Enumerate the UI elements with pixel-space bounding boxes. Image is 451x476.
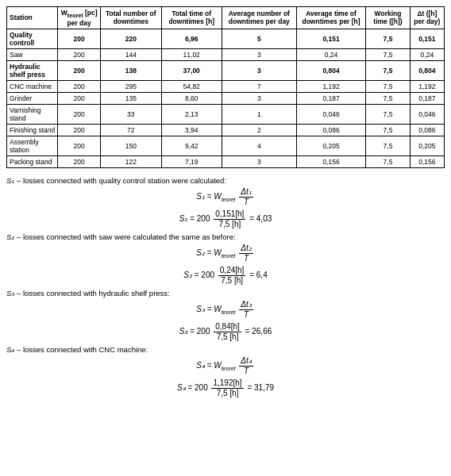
cell-avg-num: 3: [222, 92, 296, 104]
section-text: – losses connected with quality control …: [17, 176, 226, 185]
cell-avg-num: 2: [222, 124, 296, 136]
cell-delta: 1,192: [410, 80, 444, 92]
cell-station: Varnishing stand: [7, 104, 58, 124]
formula-denominator-specific: 7,5 [h]: [215, 332, 241, 342]
cell-working: 7,5: [366, 136, 411, 155]
cell-station: Quality controll: [7, 29, 58, 48]
col-header-working: Working time ([h]): [366, 7, 411, 29]
cell-avg-num: 3: [222, 155, 296, 167]
col-header-avg-num: Average number of downtimes per day: [222, 7, 296, 29]
cell-total-num: 138: [101, 60, 161, 80]
col-header-station: Station: [7, 7, 58, 29]
formula-specific: S₃ = 200 0,84[h] 7,5 [h] = 26,66: [6, 322, 445, 342]
cell-avg-num: 7: [222, 80, 296, 92]
formula-general: S₁ = Wteoret Δt₁ T: [6, 187, 445, 207]
col-header-delta: Δt ([h] per day): [410, 7, 444, 29]
cell-delta: 0,046: [410, 104, 444, 124]
cell-station: Packing stand: [7, 155, 58, 167]
cell-avg-time: 0,156: [296, 155, 365, 167]
cell-total-time: 3,94: [161, 124, 222, 136]
cell-station: Hydraulic shelf press: [7, 60, 58, 80]
section-text: – losses connected with CNC machine:: [17, 345, 148, 354]
cell-total-num: 33: [101, 104, 161, 124]
cell-station: Finishing stand: [7, 124, 58, 136]
section-label: S₁: [6, 176, 14, 185]
formula-general: S₂ = Wteoret Δt₂ T: [6, 244, 445, 263]
cell-station: Saw: [7, 48, 58, 60]
section-description: S₁ – losses connected with quality contr…: [6, 176, 445, 185]
table-row: Grinder 200 135 8,60 3 0,187 7,5 0,187: [7, 92, 445, 104]
cell-total-time: 7,19: [161, 155, 222, 167]
formula-specific: S₂ = 200 0,24[h] 7,5 [h] = 6,4: [6, 266, 445, 286]
cell-w: 200: [58, 80, 101, 92]
formula-fraction-specific: 0,151[h] 7,5 [h]: [214, 209, 245, 229]
cell-working: 7,5: [366, 29, 411, 48]
formula-denominator-specific: 7,5 [h]: [217, 220, 242, 229]
cell-working: 7,5: [366, 60, 411, 80]
cell-delta: 0,151: [410, 29, 444, 48]
cell-avg-num: 1: [222, 104, 296, 124]
table-row: Assembly station 200 150 9,42 4 0,205 7,…: [7, 136, 445, 155]
col-header-w: Wteoret [pc] per day: [58, 7, 101, 29]
cell-w: 200: [58, 104, 101, 124]
section-label: S₂: [6, 232, 14, 241]
section-s4: S₄ – losses connected with CNC machine: …: [6, 345, 445, 398]
cell-delta: 0,24: [410, 48, 444, 60]
cell-avg-num: 3: [222, 60, 296, 80]
section-s1: S₁ – losses connected with quality contr…: [6, 176, 445, 229]
formula-numerator-specific: 0,24[h]: [218, 266, 246, 276]
section-label: S₄: [6, 345, 14, 354]
formula-fraction-general: Δt₄ T: [239, 356, 253, 376]
cell-avg-time: 0,151: [296, 29, 365, 48]
cell-avg-num: 4: [222, 136, 296, 155]
cell-delta: 0,804: [410, 60, 444, 80]
cell-working: 7,5: [366, 124, 411, 136]
formula-sections: S₁ – losses connected with quality contr…: [6, 176, 445, 398]
cell-total-time: 9,42: [161, 136, 222, 155]
cell-avg-time: 0,804: [296, 60, 365, 80]
cell-total-num: 72: [101, 124, 161, 136]
formula-fraction-specific: 1,192[h] 7,5 [h]: [211, 378, 243, 398]
cell-delta: 0,156: [410, 155, 444, 167]
formula-denominator-general: T: [242, 310, 250, 320]
cell-delta: 0,086: [410, 124, 444, 136]
cell-w: 200: [58, 155, 101, 167]
table-row: Varnishing stand 200 33 2,13 1 0,046 7,5…: [7, 104, 445, 124]
cell-station: Assembly station: [7, 136, 58, 155]
cell-total-time: 54,82: [161, 80, 222, 92]
section-s2: S₂ – losses connected with saw were calc…: [6, 232, 445, 286]
cell-total-time: 6,96: [161, 29, 222, 48]
cell-delta: 0,205: [410, 136, 444, 155]
formula-numerator-specific: 0,84[h]: [214, 322, 241, 332]
cell-avg-time: 0,086: [296, 124, 365, 136]
cell-working: 7,5: [366, 80, 411, 92]
formula-numerator-general: Δt₃: [239, 300, 253, 310]
formula-denominator-general: T: [242, 367, 250, 376]
table-row: Saw 200 144 11,02 3 0,24 7,5 0,24: [7, 48, 445, 60]
table-row: CNC machine 200 295 54,82 7 1,192 7,5 1,…: [7, 80, 445, 92]
cell-working: 7,5: [366, 155, 411, 167]
formula-fraction-general: Δt₃ T: [239, 300, 253, 320]
cell-w: 200: [58, 29, 101, 48]
downtime-table: Station Wteoret [pc] per day Total numbe…: [6, 6, 445, 168]
cell-total-num: 220: [101, 29, 161, 48]
cell-w: 200: [58, 124, 101, 136]
cell-total-time: 11,02: [161, 48, 222, 60]
cell-avg-num: 5: [222, 29, 296, 48]
formula-denominator-specific: 7,5 [h]: [215, 389, 241, 398]
formula-fraction-specific: 0,84[h] 7,5 [h]: [214, 322, 241, 342]
cell-working: 7,5: [366, 92, 411, 104]
cell-avg-time: 0,205: [296, 136, 365, 155]
cell-working: 7,5: [366, 104, 411, 124]
formula-numerator-specific: 1,192[h]: [211, 378, 243, 389]
cell-total-time: 37,00: [161, 60, 222, 80]
table-row: Quality controll 200 220 6,96 5 0,151 7,…: [7, 29, 445, 48]
cell-avg-time: 0,046: [296, 104, 365, 124]
cell-total-time: 8,60: [161, 92, 222, 104]
cell-delta: 0,187: [410, 92, 444, 104]
cell-total-time: 2,13: [161, 104, 222, 124]
formula-fraction-general: Δt₁ T: [239, 187, 253, 207]
cell-w: 200: [58, 136, 101, 155]
col-header-total-num: Total number of downtimes: [101, 7, 161, 29]
cell-total-num: 122: [101, 155, 161, 167]
